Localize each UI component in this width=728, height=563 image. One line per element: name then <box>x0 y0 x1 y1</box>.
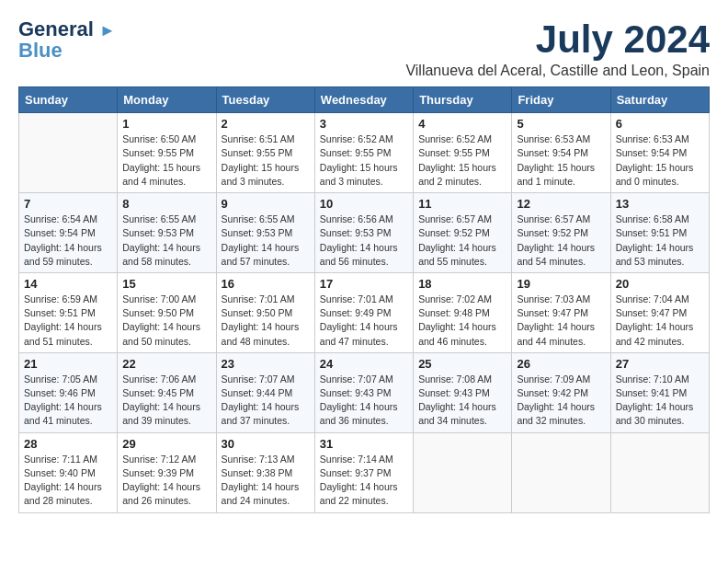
day-info: Sunrise: 7:09 AM Sunset: 9:42 PM Dayligh… <box>517 373 605 429</box>
calendar-table: SundayMondayTuesdayWednesdayThursdayFrid… <box>18 86 710 512</box>
weekday-header-thursday: Thursday <box>414 87 512 113</box>
day-info: Sunrise: 7:12 AM Sunset: 9:39 PM Dayligh… <box>122 453 210 509</box>
calendar-cell: 31Sunrise: 7:14 AM Sunset: 9:37 PM Dayli… <box>314 432 413 512</box>
day-number: 12 <box>517 197 605 211</box>
day-info: Sunrise: 7:05 AM Sunset: 9:46 PM Dayligh… <box>24 373 112 429</box>
calendar-cell: 6Sunrise: 6:53 AM Sunset: 9:54 PM Daylig… <box>610 113 709 193</box>
calendar-cell: 26Sunrise: 7:09 AM Sunset: 9:42 PM Dayli… <box>512 352 610 432</box>
day-number: 16 <box>222 277 310 291</box>
calendar-cell: 21Sunrise: 7:05 AM Sunset: 9:46 PM Dayli… <box>19 352 118 432</box>
day-number: 27 <box>616 357 704 371</box>
day-number: 30 <box>222 437 310 451</box>
day-number: 23 <box>222 357 310 371</box>
day-info: Sunrise: 7:04 AM Sunset: 9:47 PM Dayligh… <box>616 293 704 349</box>
day-number: 10 <box>320 197 408 211</box>
day-number: 13 <box>616 197 704 211</box>
day-number: 18 <box>418 277 506 291</box>
calendar-cell: 19Sunrise: 7:03 AM Sunset: 9:47 PM Dayli… <box>512 272 610 352</box>
calendar-cell <box>19 113 118 193</box>
calendar-cell: 22Sunrise: 7:06 AM Sunset: 9:45 PM Dayli… <box>118 352 216 432</box>
day-number: 20 <box>616 277 704 291</box>
day-info: Sunrise: 6:58 AM Sunset: 9:51 PM Dayligh… <box>616 213 704 269</box>
logo-bird-icon: ► <box>99 21 116 40</box>
page-header: General ► Blue July 2024 Villanueva del … <box>18 18 710 79</box>
calendar-cell <box>610 432 709 512</box>
calendar-cell: 27Sunrise: 7:10 AM Sunset: 9:41 PM Dayli… <box>610 352 709 432</box>
day-number: 29 <box>122 437 210 451</box>
logo-general: General <box>18 17 94 40</box>
day-info: Sunrise: 6:55 AM Sunset: 9:53 PM Dayligh… <box>122 213 210 269</box>
calendar-cell: 18Sunrise: 7:02 AM Sunset: 9:48 PM Dayli… <box>414 272 512 352</box>
weekday-header-friday: Friday <box>512 87 610 113</box>
day-number: 2 <box>222 117 310 131</box>
day-info: Sunrise: 7:11 AM Sunset: 9:40 PM Dayligh… <box>24 453 112 509</box>
calendar-cell: 15Sunrise: 7:00 AM Sunset: 9:50 PM Dayli… <box>118 272 216 352</box>
calendar-cell <box>414 432 512 512</box>
calendar-cell: 29Sunrise: 7:12 AM Sunset: 9:39 PM Dayli… <box>118 432 216 512</box>
day-info: Sunrise: 7:03 AM Sunset: 9:47 PM Dayligh… <box>517 293 605 349</box>
calendar-cell: 25Sunrise: 7:08 AM Sunset: 9:43 PM Dayli… <box>414 352 512 432</box>
day-number: 26 <box>517 357 605 371</box>
day-number: 25 <box>418 357 506 371</box>
day-info: Sunrise: 6:53 AM Sunset: 9:54 PM Dayligh… <box>616 132 704 189</box>
day-number: 21 <box>24 357 112 371</box>
calendar-cell: 30Sunrise: 7:13 AM Sunset: 9:38 PM Dayli… <box>216 432 314 512</box>
day-number: 22 <box>122 357 210 371</box>
calendar-cell: 11Sunrise: 6:57 AM Sunset: 9:52 PM Dayli… <box>414 193 512 273</box>
day-number: 17 <box>320 277 408 291</box>
day-info: Sunrise: 6:51 AM Sunset: 9:55 PM Dayligh… <box>222 132 310 189</box>
day-info: Sunrise: 7:14 AM Sunset: 9:37 PM Dayligh… <box>320 453 408 509</box>
calendar-cell: 16Sunrise: 7:01 AM Sunset: 9:50 PM Dayli… <box>216 272 314 352</box>
calendar-cell: 4Sunrise: 6:52 AM Sunset: 9:55 PM Daylig… <box>414 113 512 193</box>
day-number: 6 <box>616 117 704 131</box>
calendar-cell: 1Sunrise: 6:50 AM Sunset: 9:55 PM Daylig… <box>118 113 216 193</box>
day-info: Sunrise: 6:53 AM Sunset: 9:54 PM Dayligh… <box>517 132 605 189</box>
day-number: 9 <box>222 197 310 211</box>
weekday-header-tuesday: Tuesday <box>216 87 314 113</box>
month-title: July 2024 <box>405 18 710 61</box>
day-info: Sunrise: 7:07 AM Sunset: 9:43 PM Dayligh… <box>320 373 408 429</box>
logo: General ► Blue <box>18 18 116 61</box>
day-info: Sunrise: 7:00 AM Sunset: 9:50 PM Dayligh… <box>122 293 210 349</box>
day-info: Sunrise: 6:54 AM Sunset: 9:54 PM Dayligh… <box>24 213 112 269</box>
weekday-header-monday: Monday <box>118 87 216 113</box>
day-info: Sunrise: 6:57 AM Sunset: 9:52 PM Dayligh… <box>418 213 506 269</box>
day-number: 3 <box>320 117 408 131</box>
weekday-header-sunday: Sunday <box>19 87 118 113</box>
day-info: Sunrise: 7:06 AM Sunset: 9:45 PM Dayligh… <box>122 373 210 429</box>
week-row-3: 14Sunrise: 6:59 AM Sunset: 9:51 PM Dayli… <box>19 272 710 352</box>
calendar-cell: 2Sunrise: 6:51 AM Sunset: 9:55 PM Daylig… <box>216 113 314 193</box>
day-number: 19 <box>517 277 605 291</box>
calendar-cell: 9Sunrise: 6:55 AM Sunset: 9:53 PM Daylig… <box>216 193 314 273</box>
calendar-cell: 20Sunrise: 7:04 AM Sunset: 9:47 PM Dayli… <box>610 272 709 352</box>
day-number: 14 <box>24 277 112 291</box>
day-info: Sunrise: 6:57 AM Sunset: 9:52 PM Dayligh… <box>517 213 605 269</box>
day-info: Sunrise: 6:50 AM Sunset: 9:55 PM Dayligh… <box>122 132 210 189</box>
day-number: 31 <box>320 437 408 451</box>
weekday-header-row: SundayMondayTuesdayWednesdayThursdayFrid… <box>19 87 710 113</box>
day-info: Sunrise: 6:52 AM Sunset: 9:55 PM Dayligh… <box>418 132 506 189</box>
day-number: 7 <box>24 197 112 211</box>
calendar-cell: 8Sunrise: 6:55 AM Sunset: 9:53 PM Daylig… <box>118 193 216 273</box>
day-info: Sunrise: 6:59 AM Sunset: 9:51 PM Dayligh… <box>24 293 112 349</box>
day-info: Sunrise: 7:01 AM Sunset: 9:50 PM Dayligh… <box>222 293 310 349</box>
day-number: 15 <box>122 277 210 291</box>
calendar-cell: 14Sunrise: 6:59 AM Sunset: 9:51 PM Dayli… <box>19 272 118 352</box>
calendar-cell <box>512 432 610 512</box>
week-row-5: 28Sunrise: 7:11 AM Sunset: 9:40 PM Dayli… <box>19 432 710 512</box>
calendar-cell: 3Sunrise: 6:52 AM Sunset: 9:55 PM Daylig… <box>314 113 413 193</box>
location-title: Villanueva del Aceral, Castille and Leon… <box>405 63 710 79</box>
calendar-cell: 10Sunrise: 6:56 AM Sunset: 9:53 PM Dayli… <box>314 193 413 273</box>
day-info: Sunrise: 7:01 AM Sunset: 9:49 PM Dayligh… <box>320 293 408 349</box>
title-block: July 2024 Villanueva del Aceral, Castill… <box>405 18 710 79</box>
day-info: Sunrise: 6:55 AM Sunset: 9:53 PM Dayligh… <box>222 213 310 269</box>
week-row-4: 21Sunrise: 7:05 AM Sunset: 9:46 PM Dayli… <box>19 352 710 432</box>
day-number: 8 <box>122 197 210 211</box>
week-row-2: 7Sunrise: 6:54 AM Sunset: 9:54 PM Daylig… <box>19 193 710 273</box>
day-info: Sunrise: 6:52 AM Sunset: 9:55 PM Dayligh… <box>320 132 408 189</box>
day-info: Sunrise: 7:07 AM Sunset: 9:44 PM Dayligh… <box>222 373 310 429</box>
day-number: 1 <box>122 117 210 131</box>
calendar-cell: 5Sunrise: 6:53 AM Sunset: 9:54 PM Daylig… <box>512 113 610 193</box>
calendar-cell: 23Sunrise: 7:07 AM Sunset: 9:44 PM Dayli… <box>216 352 314 432</box>
day-info: Sunrise: 7:10 AM Sunset: 9:41 PM Dayligh… <box>616 373 704 429</box>
